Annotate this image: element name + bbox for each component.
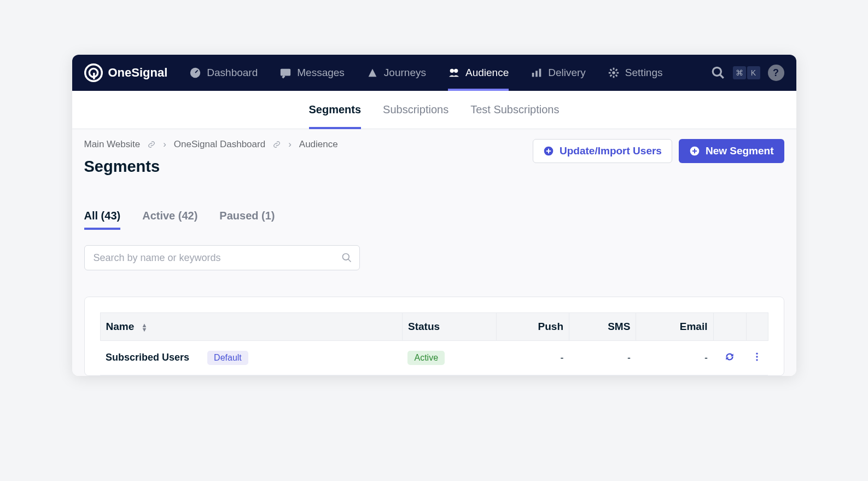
breadcrumb: Main Website › OneSignal Dashboard › Aud…	[84, 139, 338, 150]
svg-point-15	[342, 254, 349, 260]
filter-tabs: All (43) Active (42) Paused (1)	[84, 210, 784, 230]
search-wrap	[84, 245, 360, 270]
page-title: Segments	[84, 158, 338, 176]
filter-active[interactable]: Active (42)	[142, 210, 197, 230]
content: Main Website › OneSignal Dashboard › Aud…	[72, 129, 796, 376]
link-icon	[273, 141, 281, 148]
brand-label: OneSignal	[108, 66, 168, 80]
svg-point-18	[756, 356, 758, 357]
kbd-cmd: ⌘	[733, 66, 746, 79]
nav-settings-label: Settings	[625, 55, 663, 91]
search-icon	[711, 66, 725, 80]
filter-paused[interactable]: Paused (1)	[219, 210, 275, 230]
nav-messages-label: Messages	[297, 55, 345, 91]
svg-line-12	[720, 74, 724, 78]
status-badge: Active	[407, 351, 445, 365]
nav-delivery-label: Delivery	[548, 55, 586, 91]
nav-dashboard[interactable]: Dashboard	[189, 55, 258, 91]
nav-journeys-label: Journeys	[384, 55, 426, 91]
col-menu	[746, 313, 768, 341]
nav-audience[interactable]: Audience	[448, 55, 509, 91]
new-segment-label: New Segment	[706, 145, 774, 157]
search-input[interactable]	[84, 245, 360, 270]
crumb-onesignal-dashboard[interactable]: OneSignal Dashboard	[174, 139, 265, 150]
col-name[interactable]: Name ▲▼	[100, 313, 402, 341]
row-name: Subscribed Users	[106, 352, 189, 363]
tab-test-subscriptions[interactable]: Test Subscriptions	[470, 91, 559, 129]
top-nav: OneSignal Dashboard Messages Journeys Au…	[72, 55, 796, 91]
nav-dashboard-label: Dashboard	[207, 55, 258, 91]
svg-rect-9	[539, 69, 541, 77]
svg-point-6	[454, 69, 458, 73]
update-import-label: Update/Import Users	[560, 145, 662, 157]
svg-point-11	[713, 67, 721, 76]
table-card: Name ▲▼ Status Push SMS Email Su	[84, 297, 784, 376]
svg-point-17	[756, 352, 758, 354]
col-email[interactable]: Email	[636, 313, 713, 341]
nav-journeys[interactable]: Journeys	[366, 55, 426, 91]
row-email: -	[636, 341, 713, 375]
svg-point-19	[756, 359, 758, 361]
nav-delivery[interactable]: Delivery	[531, 55, 586, 91]
update-import-button[interactable]: Update/Import Users	[533, 139, 672, 163]
brand[interactable]: OneSignal	[84, 63, 168, 82]
journeys-icon	[366, 67, 378, 79]
svg-rect-4	[281, 69, 290, 76]
plus-circle-icon	[543, 146, 554, 157]
default-badge: Default	[207, 351, 248, 365]
link-icon	[148, 141, 155, 148]
filter-all[interactable]: All (43)	[84, 210, 121, 230]
app-window: OneSignal Dashboard Messages Journeys Au…	[72, 55, 796, 376]
col-sms[interactable]: SMS	[569, 313, 636, 341]
segments-table: Name ▲▼ Status Push SMS Email Su	[100, 312, 768, 375]
chevron-right-icon: ›	[163, 139, 166, 150]
refresh-icon[interactable]	[724, 351, 735, 362]
svg-point-10	[612, 71, 615, 74]
settings-icon	[608, 67, 620, 79]
svg-rect-2	[93, 73, 95, 79]
crumb-audience: Audience	[299, 139, 338, 150]
col-status[interactable]: Status	[402, 313, 496, 341]
tab-subscriptions[interactable]: Subscriptions	[383, 91, 448, 129]
svg-point-5	[450, 69, 454, 73]
table-row[interactable]: Subscribed Users Default Active - - -	[100, 341, 768, 375]
search-button[interactable]	[711, 66, 725, 80]
kbd-k: K	[747, 66, 760, 79]
nav-messages[interactable]: Messages	[279, 55, 345, 91]
sort-icon: ▲▼	[142, 323, 148, 332]
delivery-icon	[531, 67, 543, 79]
dashboard-icon	[189, 67, 201, 79]
svg-rect-7	[532, 73, 534, 77]
col-push[interactable]: Push	[497, 313, 569, 341]
keyboard-shortcut: ⌘ K	[733, 66, 760, 79]
nav-right: ⌘ K ?	[711, 65, 784, 81]
chevron-right-icon: ›	[288, 139, 292, 150]
search-icon	[341, 252, 352, 263]
nav-settings[interactable]: Settings	[608, 55, 663, 91]
row-push: -	[497, 341, 569, 375]
tab-segments[interactable]: Segments	[309, 91, 362, 129]
actions: Update/Import Users New Segment	[533, 139, 784, 163]
more-icon[interactable]	[752, 351, 762, 362]
crumb-main-website[interactable]: Main Website	[84, 139, 141, 150]
audience-icon	[448, 67, 460, 79]
col-name-label: Name	[106, 321, 135, 332]
help-button[interactable]: ?	[768, 65, 784, 81]
help-icon: ?	[773, 67, 779, 79]
messages-icon	[279, 67, 292, 79]
nav-items: Dashboard Messages Journeys Audience Del…	[189, 55, 689, 91]
new-segment-button[interactable]: New Segment	[679, 139, 784, 163]
topbar: Main Website › OneSignal Dashboard › Aud…	[84, 139, 784, 176]
nav-audience-label: Audience	[465, 55, 509, 91]
sub-nav: Segments Subscriptions Test Subscription…	[72, 91, 796, 129]
row-sms: -	[569, 341, 636, 375]
plus-circle-icon	[689, 146, 700, 157]
svg-rect-8	[535, 71, 538, 77]
brand-logo-icon	[84, 63, 103, 82]
col-refresh	[713, 313, 746, 341]
svg-line-16	[348, 259, 351, 262]
